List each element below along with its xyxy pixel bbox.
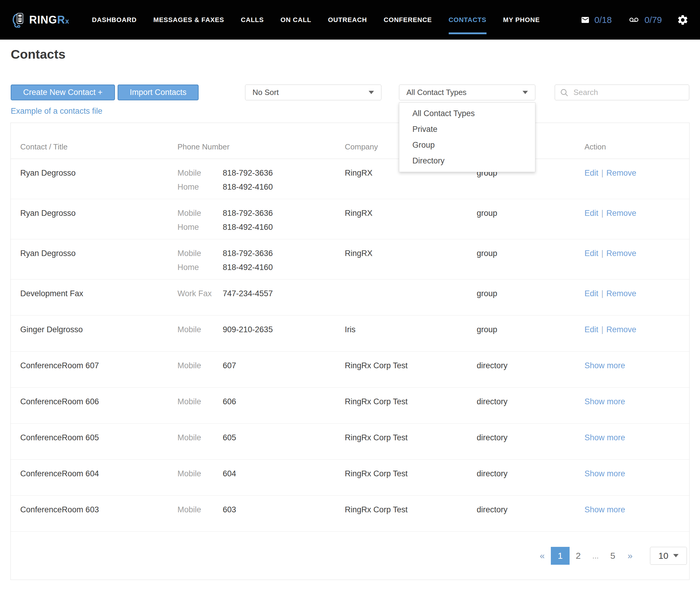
sort-select-value: No Sort	[252, 88, 279, 97]
contact-name: Ryan Degrosso	[20, 209, 178, 239]
pagination-ellipsis: ...	[587, 547, 604, 565]
phone-type-label: Work Fax	[178, 289, 223, 298]
phone-numbers: Work Fax747-234-4557	[178, 289, 345, 315]
remove-link[interactable]: Remove	[607, 209, 636, 218]
remove-link[interactable]: Remove	[607, 168, 636, 177]
nav-item-dashboard[interactable]: DASHBOARD	[92, 0, 137, 40]
contact-name: Ryan Degrosso	[20, 168, 178, 199]
nav-item-on-call[interactable]: ON CALL	[280, 0, 311, 40]
phone-numbers: Mobile604	[178, 469, 345, 496]
show-more-link[interactable]: Show more	[584, 469, 625, 478]
brand-logo[interactable]: RINGRx	[11, 12, 69, 28]
phone-numbers: Mobile818-792-3636Home818-492-4160	[178, 168, 345, 199]
dropdown-option-private[interactable]: Private	[399, 121, 535, 137]
edit-link[interactable]: Edit	[584, 209, 598, 218]
topbar-status-area: 0/18 0/79	[580, 14, 689, 26]
sort-select[interactable]: No Sort	[245, 84, 381, 100]
chevron-down-icon	[368, 91, 374, 94]
table-row: ConferenceRoom 603Mobile603RingRx Corp T…	[11, 496, 689, 532]
action-separator: |	[601, 249, 604, 258]
company-cell: RingRX	[345, 209, 477, 239]
edit-link[interactable]: Edit	[584, 325, 598, 334]
page-size-select[interactable]: 10	[650, 547, 687, 565]
contact-type-select[interactable]: All Contact Types	[399, 84, 535, 100]
page-title: Contacts	[11, 47, 66, 62]
phone-numbers: Mobile909-210-2635	[178, 325, 345, 351]
action-cell: Show more	[584, 397, 689, 423]
dropdown-option-directory[interactable]: Directory	[399, 153, 535, 169]
phone-type-label: Mobile	[178, 361, 223, 370]
phone-number-value: 818-792-3636	[223, 168, 273, 177]
search-input[interactable]	[573, 87, 684, 97]
contact-name: ConferenceRoom 604	[20, 469, 178, 496]
chevron-down-icon	[673, 554, 678, 557]
brand-phone-icon	[11, 12, 27, 28]
table-row: ConferenceRoom 607Mobile607RingRx Corp T…	[11, 352, 689, 388]
nav-item-calls[interactable]: CALLS	[241, 0, 264, 40]
pagination-page-5[interactable]: 5	[604, 547, 621, 565]
company-cell: RingRx Corp Test	[345, 469, 477, 496]
table-row: ConferenceRoom 606Mobile606RingRx Corp T…	[11, 388, 689, 424]
pagination-next-button[interactable]: »	[621, 547, 639, 565]
action-cell: Edit|Remove	[584, 289, 689, 315]
action-cell: Show more	[584, 505, 689, 531]
table-row: ConferenceRoom 605Mobile605RingRx Corp T…	[11, 424, 689, 460]
nav-item-outreach[interactable]: OUTREACH	[328, 0, 367, 40]
page-size-value: 10	[658, 551, 668, 561]
show-more-link[interactable]: Show more	[584, 433, 625, 442]
contact-type-select-value: All Contact Types	[406, 88, 467, 97]
create-new-contact-button[interactable]: Create New Contact +	[11, 84, 115, 100]
dropdown-option-group[interactable]: Group	[399, 137, 535, 153]
voicemail-counter[interactable]: 0/79	[627, 15, 662, 25]
import-contacts-button[interactable]: Import Contacts	[118, 84, 199, 100]
show-more-link[interactable]: Show more	[584, 397, 625, 406]
nav-item-conference[interactable]: CONFERENCE	[384, 0, 432, 40]
contact-name: ConferenceRoom 603	[20, 505, 178, 531]
messages-counter[interactable]: 0/18	[580, 15, 612, 25]
show-more-link[interactable]: Show more	[584, 361, 625, 370]
phone-type-label: Mobile	[178, 249, 223, 258]
phone-number-value: 747-234-4557	[223, 289, 273, 298]
remove-link[interactable]: Remove	[607, 249, 636, 258]
phone-type-label: Mobile	[178, 325, 223, 334]
pagination-page-1[interactable]: 1	[551, 547, 570, 565]
table-row: Ryan DegrossoMobile818-792-3636Home818-4…	[11, 199, 689, 239]
phone-type-label: Mobile	[178, 433, 223, 442]
contact-name: ConferenceRoom 606	[20, 397, 178, 423]
phone-number-value: 605	[223, 433, 236, 442]
phone-number-value: 604	[223, 469, 236, 478]
search-box	[555, 84, 689, 100]
top-navigation-bar: RINGRx DASHBOARDMESSAGES & FAXESCALLSON …	[0, 0, 700, 40]
edit-link[interactable]: Edit	[584, 168, 598, 177]
contact-type-cell: directory	[477, 361, 584, 387]
phone-numbers: Mobile606	[178, 397, 345, 423]
contact-name: Development Fax	[20, 289, 178, 315]
nav-item-contacts[interactable]: CONTACTS	[449, 0, 487, 40]
phone-type-label: Mobile	[178, 505, 223, 514]
example-contacts-file-link[interactable]: Example of a contacts file	[11, 107, 103, 116]
company-cell: RingRx Corp Test	[345, 361, 477, 387]
phone-type-label: Mobile	[178, 397, 223, 406]
contact-name: Ryan Degrosso	[20, 249, 178, 279]
nav-item-messages-faxes[interactable]: MESSAGES & FAXES	[153, 0, 224, 40]
phone-number-value: 606	[223, 397, 236, 406]
settings-gear-icon[interactable]	[677, 14, 689, 26]
company-cell: RingRx Corp Test	[345, 397, 477, 423]
show-more-link[interactable]: Show more	[584, 505, 625, 514]
pagination-page-2[interactable]: 2	[570, 547, 587, 565]
remove-link[interactable]: Remove	[607, 289, 636, 298]
table-body: Ryan DegrossoMobile818-792-3636Home818-4…	[11, 159, 689, 532]
contact-type-cell: directory	[477, 397, 584, 423]
company-cell: RingRX	[345, 168, 477, 199]
nav-item-my-phone[interactable]: MY PHONE	[503, 0, 540, 40]
pagination-prev-button[interactable]: «	[534, 547, 551, 565]
contacts-table: Contact / TitlePhone NumberCompanyAction…	[10, 123, 690, 580]
edit-link[interactable]: Edit	[584, 289, 598, 298]
remove-link[interactable]: Remove	[607, 325, 636, 334]
dropdown-option-all-contact-types[interactable]: All Contact Types	[399, 106, 535, 121]
edit-link[interactable]: Edit	[584, 249, 598, 258]
contact-type-cell: group	[477, 325, 584, 351]
action-separator: |	[601, 168, 604, 177]
action-separator: |	[601, 209, 604, 218]
contact-name: ConferenceRoom 605	[20, 433, 178, 459]
